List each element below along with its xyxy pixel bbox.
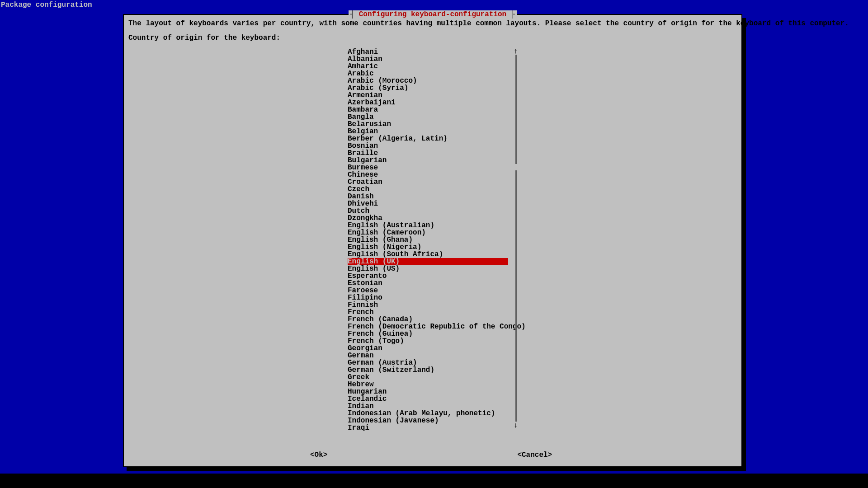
list-item[interactable]: Bosnian: [348, 142, 508, 150]
scroll-down-icon[interactable]: ↓: [514, 422, 518, 430]
list-item[interactable]: Arabic (Syria): [348, 84, 508, 92]
list-item[interactable]: Dzongkha: [348, 215, 508, 222]
list-item[interactable]: Bambara: [348, 106, 508, 113]
bracket-left: ┤: [350, 10, 359, 19]
list-item[interactable]: German (Austria): [348, 359, 508, 366]
country-list[interactable]: AfghaniAlbanianAmharicArabicArabic (Moro…: [348, 48, 642, 432]
list-item[interactable]: French (Togo): [348, 338, 508, 345]
list-item[interactable]: Estonian: [348, 280, 508, 287]
list-item[interactable]: Croatian: [348, 178, 508, 186]
list-item[interactable]: Afghani: [348, 48, 508, 56]
dialog-description: The layout of keyboards varies per count…: [128, 19, 737, 28]
list-item[interactable]: French (Guinea): [348, 330, 508, 338]
list-item[interactable]: English (Cameroon): [348, 229, 508, 236]
list-item[interactable]: French (Democratic Republic of the Congo…: [348, 323, 508, 330]
list-item[interactable]: Arabic: [348, 70, 508, 77]
list-item[interactable]: Chinese: [348, 171, 508, 178]
list-item[interactable]: English (Australian): [348, 222, 508, 229]
list-item[interactable]: English (UK): [348, 258, 508, 265]
scroll-thumb[interactable]: [515, 170, 517, 422]
list-item[interactable]: Belgian: [348, 128, 508, 135]
scroll-thumb[interactable]: [515, 55, 517, 164]
scrollbar[interactable]: ↑ ↓: [514, 48, 518, 429]
list-item[interactable]: French: [348, 309, 508, 316]
list-item[interactable]: Albanian: [348, 56, 508, 63]
list-item[interactable]: Braille: [348, 150, 508, 157]
list-item[interactable]: Icelandic: [348, 395, 508, 403]
list-item[interactable]: Hebrew: [348, 381, 508, 388]
list-item[interactable]: German: [348, 352, 508, 359]
list-item[interactable]: Dutch: [348, 207, 508, 215]
list-item[interactable]: Indonesian (Arab Melayu, phonetic): [348, 410, 508, 417]
list-item[interactable]: Danish: [348, 193, 508, 200]
list-item[interactable]: Filipino: [348, 294, 508, 301]
bracket-right: ├: [506, 10, 515, 19]
list-item[interactable]: Bangla: [348, 113, 508, 121]
list-item[interactable]: Czech: [348, 186, 508, 193]
list-item[interactable]: Indonesian (Javanese): [348, 417, 508, 424]
list-item[interactable]: Finnish: [348, 301, 508, 309]
list-item[interactable]: English (South Africa): [348, 251, 508, 258]
cancel-button[interactable]: <Cancel>: [517, 451, 552, 459]
list-item[interactable]: English (Ghana): [348, 236, 508, 244]
list-item[interactable]: Arabic (Morocco): [348, 77, 508, 84]
list-item[interactable]: Esperanto: [348, 272, 508, 280]
list-item[interactable]: Burmese: [348, 164, 508, 171]
list-item[interactable]: Amharic: [348, 63, 508, 70]
screen-title: Package configuration: [1, 1, 92, 9]
list-item[interactable]: Berber (Algeria, Latin): [348, 135, 508, 142]
list-item[interactable]: Hungarian: [348, 388, 508, 395]
list-item[interactable]: Bulgarian: [348, 157, 508, 164]
list-item[interactable]: Faroese: [348, 287, 508, 294]
list-item[interactable]: Dhivehi: [348, 200, 508, 207]
list-item[interactable]: Azerbaijani: [348, 99, 508, 106]
list-item[interactable]: French (Canada): [348, 316, 508, 323]
dialog-prompt: Country of origin for the keyboard:: [128, 34, 280, 42]
list-item[interactable]: English (US): [348, 265, 508, 272]
list-item[interactable]: Belarusian: [348, 121, 508, 128]
dialog-title-text: Configuring keyboard-configuration: [359, 10, 506, 19]
list-item[interactable]: English (Nigeria): [348, 244, 508, 251]
dialog-title: ┤ Configuring keyboard-configuration ├: [349, 10, 517, 19]
ok-button[interactable]: <Ok>: [310, 451, 327, 459]
list-item[interactable]: Indian: [348, 403, 508, 410]
list-item[interactable]: Greek: [348, 374, 508, 381]
list-item[interactable]: Armenian: [348, 92, 508, 99]
list-item[interactable]: German (Switzerland): [348, 366, 508, 374]
list-item[interactable]: Iraqi: [348, 424, 508, 432]
list-item[interactable]: Georgian: [348, 345, 508, 352]
dialog: ┤ Configuring keyboard-configuration ├ T…: [123, 14, 742, 467]
